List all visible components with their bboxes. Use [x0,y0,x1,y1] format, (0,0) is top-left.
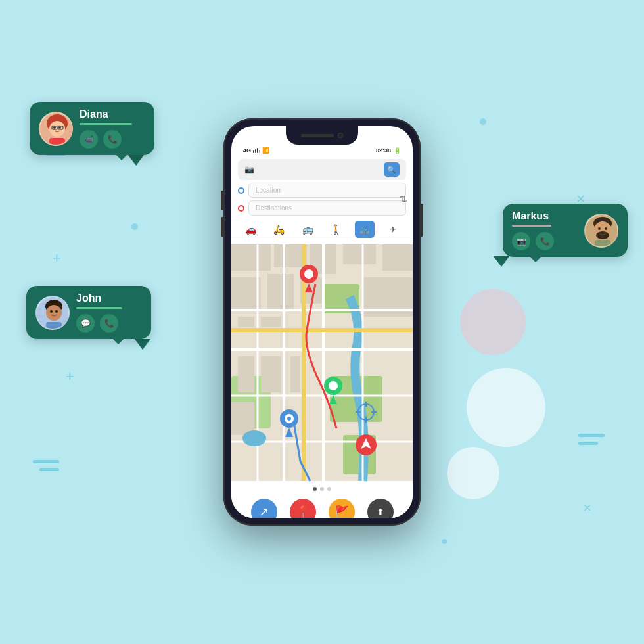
markus-name: Markus [512,210,578,222]
svg-point-62 [46,305,62,321]
map-dot-1 [313,487,317,491]
john-bubble-tail [135,339,150,350]
svg-point-63 [50,310,53,313]
signal-bars [253,148,260,153]
map-dot-3 [327,487,331,491]
speaker [301,134,334,137]
diana-avatar [39,112,73,146]
destination-input[interactable]: Destinations [248,200,406,216]
call-icon: 📞 [540,237,550,246]
location-dot [238,187,244,194]
status-right: 02:30 🔋 [376,147,401,154]
phone-device: 4G 📶 02:30 🔋 📷 [223,118,421,526]
map-area[interactable] [231,241,413,484]
bar1 [253,150,254,153]
svg-rect-10 [343,244,376,264]
svg-point-64 [55,310,58,313]
flag-button[interactable]: 🚩 [329,499,355,518]
white-blob [467,368,545,447]
markus-info: Markus 📷 📞 [512,210,578,250]
swap-button[interactable]: ⇅ [400,194,407,204]
dash-decor [578,434,605,437]
share-icon: ⬆ [377,507,384,517]
john-avatar [35,296,70,330]
destination-dot [238,205,244,212]
bubble-diana: Diana 📹 📞 [30,102,154,155]
dot-decor [442,539,447,544]
phone-screen: 4G 📶 02:30 🔋 📷 [231,126,413,518]
flag-icon: 🚩 [334,505,349,518]
svg-rect-12 [231,277,261,310]
markus-call-button[interactable]: 📞 [536,232,554,250]
svg-rect-35 [290,356,300,392]
transport-modes: 🚗 🛵 🚌 🚶 🚲 ✈ [231,218,413,241]
svg-point-70 [605,227,607,230]
transport-motorbike[interactable]: 🛵 [269,221,289,238]
john-name: John [76,292,142,304]
cross-decor: + [66,368,74,385]
status-bar: 4G 📶 02:30 🔋 [231,145,413,155]
svg-rect-30 [238,317,254,327]
svg-point-69 [598,227,601,230]
map-dot-2 [320,487,324,491]
diana-call-button[interactable]: 📞 [103,130,122,149]
transport-plane[interactable]: ✈ [383,221,403,238]
volume-button [221,217,223,237]
share-button[interactable]: ⬆ [367,499,394,518]
markus-camera-button[interactable]: 📷 [512,232,530,250]
diana-info: Diana 📹 📞 [80,108,145,149]
directions-button[interactable]: ↗ [251,499,277,518]
white-blob-2 [447,447,499,499]
dash-decor [39,468,59,471]
transport-bus[interactable]: 🚌 [298,221,317,238]
phone-body: 4G 📶 02:30 🔋 📷 [223,118,421,526]
svg-rect-34 [231,402,254,435]
bubble-john: John 💬 📞 [26,286,151,339]
svg-rect-11 [382,244,413,271]
pink-blob-2 [460,289,526,355]
location-row: Location [238,183,406,198]
svg-rect-32 [238,356,254,392]
cross-decor: × [583,499,591,517]
camera-search-icon: 📷 [244,165,254,174]
transport-walk[interactable]: 🚶 [327,221,346,238]
svg-point-37 [304,269,313,279]
markus-avatar [584,214,618,248]
bar2 [255,149,256,153]
video-icon: 📹 [84,135,94,144]
pin-button[interactable]: 📍 [290,499,316,518]
markus-bubble-tail [494,256,509,267]
map-dots [231,484,413,494]
carrier-label: 4G [243,147,251,154]
dash-decor [578,442,598,445]
map-svg [231,241,413,484]
cross-decor: + [53,250,61,267]
john-actions: 💬 📞 [76,314,142,333]
wifi-icon: 📶 [262,147,269,154]
volume-button [221,191,223,210]
transport-bike[interactable]: 🚲 [355,221,375,238]
directions-icon: ↗ [259,505,269,518]
svg-rect-72 [595,240,610,248]
svg-rect-59 [49,138,65,146]
call-icon: 📞 [104,319,114,328]
bar4 [259,150,260,153]
location-placeholder: Location [256,187,281,194]
john-message-button[interactable]: 💬 [76,314,95,333]
battery-icon: 🔋 [394,147,401,154]
camera [338,133,343,138]
location-input[interactable]: Location [248,183,406,198]
dot-decor [480,118,486,125]
svg-point-39 [329,381,338,390]
bar3 [257,148,258,153]
destination-row: Destinations [238,200,406,216]
search-bar[interactable]: 📷 🔍 [238,159,406,180]
diana-video-button[interactable]: 📹 [80,130,98,149]
svg-point-50 [242,430,266,446]
pin-icon: 📍 [296,505,310,518]
dot-decor [131,223,138,230]
svg-rect-65 [46,322,62,330]
john-call-button[interactable]: 📞 [100,314,118,333]
transport-car[interactable]: 🚗 [241,221,261,238]
search-button[interactable]: 🔍 [384,162,400,177]
